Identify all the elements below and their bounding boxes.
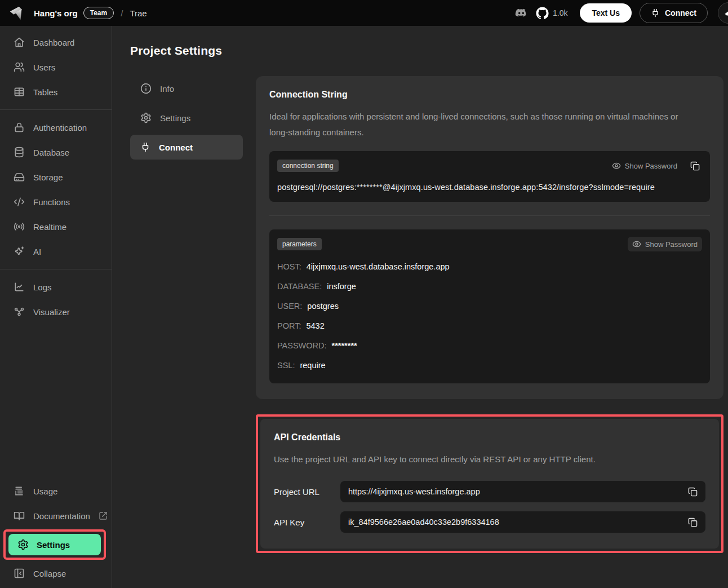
eye-icon: [612, 161, 621, 170]
plug-icon: [140, 142, 150, 152]
parameters-box: parameters Show Password: [269, 229, 710, 383]
lock-icon: [14, 122, 25, 133]
radio-icon: [14, 221, 25, 232]
avatar[interactable]: [718, 2, 728, 24]
sidebar-item-logs[interactable]: Logs: [0, 275, 112, 299]
tab-settings[interactable]: Settings: [130, 105, 243, 130]
panel-collapse-icon: [14, 568, 25, 579]
connection-string-title: Connection String: [269, 90, 710, 100]
project-url-field[interactable]: https://4ijxjmxq.us-west.insforge.app: [340, 481, 705, 502]
gear-icon: [140, 112, 152, 123]
discord-icon[interactable]: [514, 6, 528, 20]
api-key-value: ik_84f9566e26ae0ad40c33e2b9f6334168: [348, 518, 499, 527]
tab-info[interactable]: Info: [130, 76, 243, 101]
param-row-ssl: SSL: require: [277, 361, 702, 370]
list-icon: [14, 485, 25, 497]
sidebar-item-tables[interactable]: Tables: [0, 79, 112, 104]
sidebar-bottom-group: Usage Documentation Settings: [0, 479, 112, 586]
github-star-count: 1.0k: [553, 8, 567, 17]
sidebar: Dashboard Users Tables Authentication D: [0, 26, 112, 588]
param-row-password: PASSWORD: ********: [277, 341, 702, 350]
home-icon: [14, 37, 25, 48]
project-url-label: Project URL: [274, 487, 340, 497]
topbar: Hang's org Team / Trae 1.0k Text Us Conn: [0, 0, 728, 26]
sidebar-item-authentication[interactable]: Authentication: [0, 115, 112, 140]
org-name[interactable]: Hang's org: [34, 8, 78, 18]
connect-content: Connection String Ideal for applications…: [256, 76, 723, 553]
sidebar-item-database[interactable]: Database: [0, 140, 112, 165]
copy-project-url-button[interactable]: [685, 484, 700, 499]
app-logo-icon[interactable]: [8, 5, 25, 21]
copy-icon: [688, 487, 698, 497]
info-icon: [140, 83, 152, 94]
show-password-button[interactable]: Show Password: [628, 237, 702, 251]
chart-line-icon: [14, 281, 25, 293]
api-key-row: API Key ik_84f9566e26ae0ad40c33e2b9f6334…: [274, 511, 705, 533]
connection-string-description: Ideal for applications with persistent a…: [269, 109, 698, 140]
api-credentials-title: API Credentials: [274, 432, 705, 443]
sidebar-divider: [0, 109, 112, 110]
param-row-database: DATABASE: insforge: [277, 282, 702, 291]
sidebar-item-functions[interactable]: Functions: [0, 189, 112, 214]
connection-string-box: connection string Show Password: [269, 151, 710, 202]
sidebar-item-storage[interactable]: Storage: [0, 165, 112, 189]
parameters-badge: parameters: [277, 238, 322, 250]
sidebar-item-dashboard[interactable]: Dashboard: [0, 30, 112, 55]
copy-icon: [690, 161, 700, 171]
project-url-value: https://4ijxjmxq.us-west.insforge.app: [348, 487, 480, 496]
page-title: Project Settings: [130, 44, 724, 58]
breadcrumb-separator: /: [121, 8, 123, 18]
api-key-label: API Key: [274, 518, 340, 527]
copy-icon: [688, 518, 698, 527]
connection-string-card: Connection String Ideal for applications…: [256, 76, 723, 399]
sidebar-item-realtime[interactable]: Realtime: [0, 214, 112, 239]
param-row-host: HOST: 4ijxjmxq.us-west.database.insforge…: [277, 262, 702, 271]
card-divider: [269, 215, 710, 216]
code-icon: [14, 196, 25, 207]
annotation-box-settings: Settings: [3, 529, 106, 560]
annotation-box-api-credentials: API Credentials Use the project URL and …: [256, 414, 723, 553]
hard-drive-icon: [14, 171, 25, 183]
sidebar-item-settings[interactable]: Settings: [8, 534, 101, 555]
database-icon: [14, 147, 25, 158]
copy-connection-string-button[interactable]: [687, 158, 702, 173]
sparkles-icon: [14, 246, 25, 257]
network-icon: [14, 306, 25, 317]
api-key-field[interactable]: ik_84f9566e26ae0ad40c33e2b9f6334168: [340, 511, 705, 533]
connection-string-value[interactable]: postgresql://postgres:********@4ijxjmxq.…: [277, 183, 702, 192]
main-content: Project Settings Info Settings: [112, 26, 728, 588]
api-credentials-description: Use the project URL and API key to conne…: [274, 452, 702, 467]
sidebar-item-documentation[interactable]: Documentation: [0, 503, 112, 528]
sidebar-item-visualizer[interactable]: Visualizer: [0, 299, 112, 324]
param-row-user: USER: postgres: [277, 302, 702, 311]
sidebar-item-collapse[interactable]: Collapse: [0, 561, 112, 586]
team-badge: Team: [83, 7, 114, 19]
table-icon: [14, 86, 25, 98]
eye-icon: [632, 240, 641, 249]
github-link[interactable]: 1.0k: [536, 7, 567, 20]
sidebar-item-usage[interactable]: Usage: [0, 479, 112, 503]
show-password-button[interactable]: Show Password: [607, 158, 682, 173]
connection-string-badge: connection string: [277, 160, 339, 172]
sidebar-item-ai[interactable]: AI: [0, 239, 112, 264]
github-icon: [536, 7, 549, 20]
text-us-button[interactable]: Text Us: [580, 3, 632, 23]
project-name[interactable]: Trae: [130, 8, 147, 18]
plug-icon: [651, 8, 660, 17]
external-link-icon: [99, 511, 108, 520]
param-row-port: PORT: 5432: [277, 321, 702, 330]
book-open-icon: [14, 510, 25, 521]
copy-api-key-button[interactable]: [685, 515, 700, 529]
gear-icon: [17, 539, 29, 550]
project-url-row: Project URL https://4ijxjmxq.us-west.ins…: [274, 481, 705, 502]
sidebar-item-users[interactable]: Users: [0, 55, 112, 79]
tab-connect[interactable]: Connect: [130, 135, 243, 160]
sidebar-divider: [0, 269, 112, 269]
connect-button[interactable]: Connect: [640, 3, 708, 23]
api-credentials-card: API Credentials Use the project URL and …: [260, 419, 719, 549]
users-icon: [14, 61, 25, 73]
settings-subnav: Info Settings Connect: [130, 76, 243, 553]
